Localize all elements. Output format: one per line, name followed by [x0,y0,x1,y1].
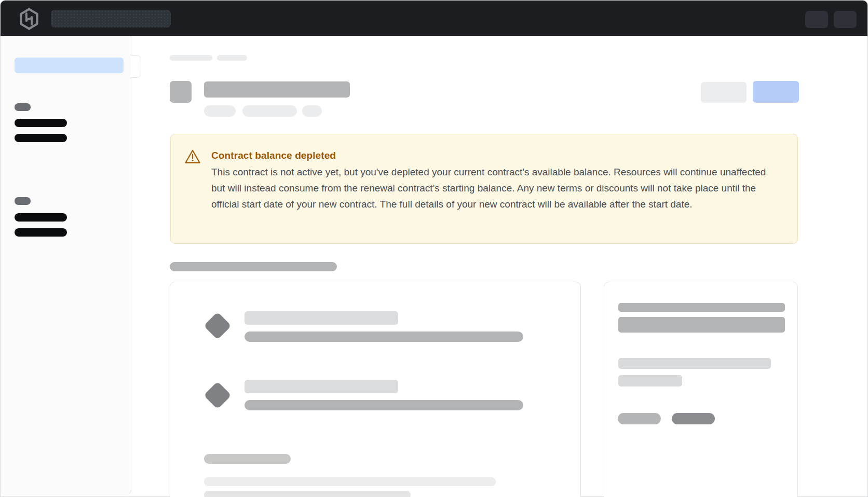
page-meta-badge-skeleton [302,105,322,117]
topbar-action-button-1[interactable] [805,11,828,28]
breadcrumb-item-skeleton[interactable] [217,55,247,61]
sidebar-collapse-handle[interactable] [131,55,141,78]
alert-title: Contract balance depleted [211,149,336,162]
side-card-text-skeleton [618,375,682,386]
side-card-title-skeleton [618,303,785,312]
alert-description: This contract is not active yet, but you… [211,164,778,212]
app-window: Contract balance depleted This contract … [0,0,868,497]
top-nav [1,1,867,36]
page-meta-badge-skeleton [204,105,236,117]
warning-triangle-icon [184,149,201,164]
side-card-text-skeleton [618,358,771,369]
sidebar [1,36,131,494]
secondary-action-button[interactable] [701,82,747,103]
card-row-line-skeleton [245,400,523,410]
warning-alert: Contract balance depleted This contract … [170,134,798,244]
sidebar-section-label-skeleton [15,103,31,111]
contract-details-card [170,282,581,497]
sidebar-nav-item-skeleton[interactable] [15,228,67,237]
page-meta-badge-skeleton [242,105,297,117]
side-card-primary-button-skeleton[interactable] [672,413,715,424]
card-footer-line-skeleton [204,491,411,497]
breadcrumb-item-skeleton[interactable] [170,55,212,61]
sidebar-nav-item-skeleton[interactable] [15,213,67,222]
summary-side-card [604,282,798,497]
page-title-skeleton [204,81,350,98]
card-row-title-skeleton [245,380,398,393]
section-title-skeleton [170,262,337,271]
page-icon-skeleton [170,81,192,103]
topbar-action-button-2[interactable] [834,11,857,28]
side-card-title-skeleton [618,317,785,333]
hashicorp-logo-icon[interactable] [18,7,40,30]
primary-action-button[interactable] [753,81,799,103]
sidebar-section-label-skeleton [15,197,31,205]
side-card-secondary-button-skeleton[interactable] [618,413,661,424]
card-footer-line-skeleton [204,477,496,486]
diamond-bullet-icon [204,381,232,409]
sidebar-nav-item-skeleton[interactable] [15,134,67,142]
global-search-input[interactable] [51,10,171,27]
card-footer-label-skeleton [204,454,291,464]
sidebar-active-item-skeleton[interactable] [15,58,124,73]
card-row-line-skeleton [245,332,523,342]
card-row-title-skeleton [245,311,398,325]
diamond-bullet-icon [204,312,232,340]
sidebar-nav-item-skeleton[interactable] [15,119,67,127]
